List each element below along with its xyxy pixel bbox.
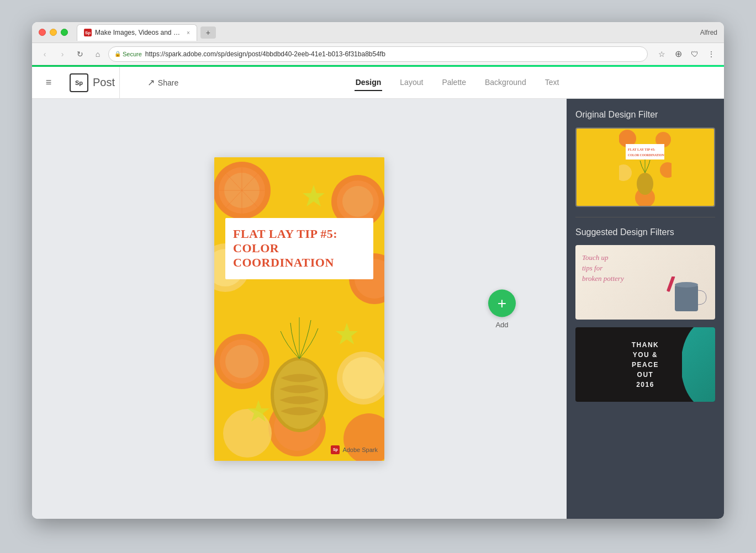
- close-window-button[interactable]: [39, 29, 46, 36]
- post-card[interactable]: FLAT LAY TIP #5: COLOR COORDINATION Sp A…: [214, 157, 384, 461]
- browser-tab-active[interactable]: Sp Make Images, Videos and Web... ×: [77, 24, 197, 41]
- browser-toolbar: ‹ › ↻ ⌂ 🔒 Secure https://spark.adobe.com…: [32, 43, 724, 65]
- tab-background[interactable]: Background: [484, 75, 527, 91]
- lock-icon: 🔒: [114, 51, 121, 57]
- panel-divider: [575, 217, 715, 217]
- original-filter-thumb-inner: FLAT LAY TIP #5: COLOR COORDINATION: [619, 129, 672, 206]
- logo-area: Sp Post: [65, 67, 120, 98]
- canvas-area: FLAT LAY TIP #5: COLOR COORDINATION Sp A…: [32, 99, 567, 519]
- spark-logo: Sp: [70, 73, 88, 92]
- svg-point-10: [342, 186, 373, 217]
- leaf-bg: [682, 327, 715, 402]
- bookmark-icon[interactable]: ☆: [654, 47, 669, 61]
- pottery-illustration: [667, 276, 711, 315]
- suggested-filters-title: Suggested Design Filters: [575, 227, 715, 237]
- tab-text[interactable]: Text: [544, 75, 561, 91]
- user-label: Alfred: [700, 29, 717, 36]
- browser-window: Sp Make Images, Videos and Web... × + Al…: [32, 22, 724, 519]
- tab-title: Make Images, Videos and Web...: [95, 29, 183, 36]
- nav-tabs: Design Layout Palette Background Text: [191, 75, 724, 91]
- thankyou-text: THANK YOU & PEACE OUT 2016: [632, 340, 659, 390]
- svg-rect-35: [626, 144, 664, 159]
- post-title: FLAT LAY TIP #5: COLOR COORDINATION: [233, 227, 366, 270]
- spark-logo-small: Sp: [331, 445, 340, 454]
- hamburger-menu-button[interactable]: ≡: [46, 77, 52, 88]
- tab-bar: Sp Make Images, Videos and Web... × +: [77, 22, 696, 42]
- suggested-filter-pottery[interactable]: Touch up tips for broken pottery: [575, 245, 715, 320]
- browser-titlebar: Sp Make Images, Videos and Web... × + Al…: [32, 22, 724, 43]
- svg-rect-42: [667, 276, 675, 292]
- secure-label: Secure: [123, 51, 142, 57]
- svg-point-41: [675, 282, 698, 288]
- add-circle-icon: +: [488, 289, 516, 317]
- minimize-window-button[interactable]: [50, 29, 57, 36]
- post-text-overlay[interactable]: FLAT LAY TIP #5: COLOR COORDINATION: [225, 218, 373, 279]
- app-header: ≡ Sp Post ↗ Share Design Layout Palette …: [32, 67, 724, 99]
- url-text: https://spark.adobe.com/sp/design/post/4…: [145, 50, 385, 58]
- original-filter-thumb[interactable]: FLAT LAY TIP #5: COLOR COORDINATION: [575, 127, 715, 207]
- svg-text:FLAT LAY TIP #5:: FLAT LAY TIP #5:: [628, 148, 655, 151]
- share-button[interactable]: ↗ Share: [135, 77, 191, 88]
- layers-icon[interactable]: ⊕: [671, 47, 685, 61]
- add-label: Add: [495, 320, 508, 328]
- back-button[interactable]: ‹: [38, 47, 52, 61]
- svg-point-17: [225, 345, 258, 378]
- forward-button[interactable]: ›: [55, 47, 70, 61]
- tab-close-button[interactable]: ×: [187, 30, 190, 36]
- watermark-text: Adobe Spark: [342, 446, 378, 453]
- svg-text:COLOR COORDINATION: COLOR COORDINATION: [628, 153, 664, 157]
- address-bar[interactable]: 🔒 Secure https://spark.adobe.com/sp/desi…: [108, 46, 648, 62]
- svg-point-38: [637, 173, 653, 195]
- maximize-window-button[interactable]: [61, 29, 68, 36]
- suggested-filter-thankyou[interactable]: THANK YOU & PEACE OUT 2016: [575, 327, 715, 402]
- tab-favicon: Sp: [84, 29, 92, 36]
- traffic-lights: [39, 29, 68, 36]
- original-filter-title: Original Design Filter: [575, 110, 715, 120]
- original-filter-section: Original Design Filter FLAT LAY TIP #5: [575, 110, 715, 207]
- right-panel: Original Design Filter FLAT LAY TIP #5: [567, 99, 724, 519]
- home-button[interactable]: ⌂: [91, 47, 105, 61]
- suggested-filters-section: Suggested Design Filters Touch up tips f…: [575, 227, 715, 402]
- tab-design[interactable]: Design: [355, 75, 383, 91]
- tab-layout[interactable]: Layout: [399, 75, 424, 91]
- refresh-button[interactable]: ↻: [73, 47, 87, 61]
- header-left: ≡: [32, 77, 65, 88]
- add-content-button[interactable]: + Add: [410, 289, 594, 328]
- thumb-svg: FLAT LAY TIP #5: COLOR COORDINATION: [619, 129, 672, 206]
- new-tab-button[interactable]: +: [200, 26, 216, 39]
- svg-point-19: [342, 357, 384, 399]
- secure-badge: 🔒 Secure: [114, 51, 142, 57]
- svg-rect-39: [675, 285, 698, 311]
- main-content: FLAT LAY TIP #5: COLOR COORDINATION Sp A…: [32, 99, 724, 519]
- post-background: [214, 157, 384, 461]
- post-watermark: Sp Adobe Spark: [331, 445, 378, 454]
- more-icon[interactable]: ⋮: [704, 47, 718, 61]
- app-name: Post: [93, 76, 115, 89]
- tab-palette[interactable]: Palette: [441, 75, 467, 91]
- svg-point-28: [274, 360, 325, 429]
- thankyou-text-area: THANK YOU & PEACE OUT 2016: [627, 333, 664, 396]
- share-icon: ↗: [147, 77, 155, 88]
- svg-point-22: [223, 409, 272, 458]
- shield-icon[interactable]: 🛡: [688, 47, 702, 61]
- toolbar-icons: ☆ ⊕ 🛡 ⋮: [654, 47, 718, 61]
- share-label: Share: [158, 78, 178, 87]
